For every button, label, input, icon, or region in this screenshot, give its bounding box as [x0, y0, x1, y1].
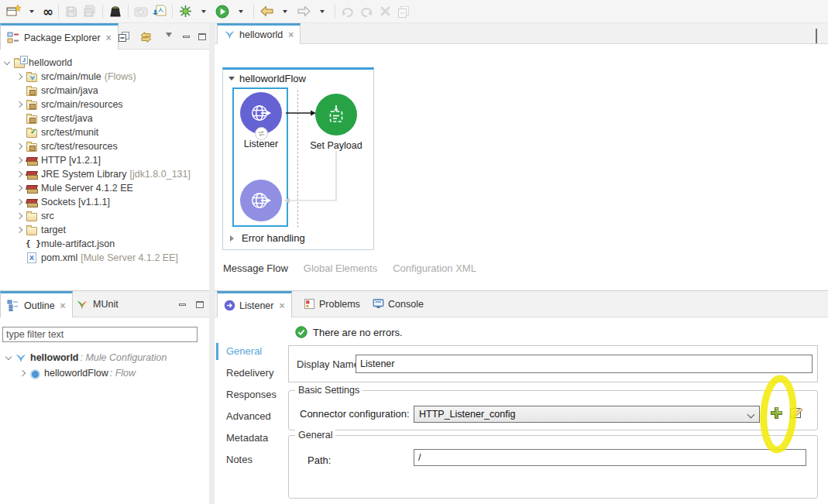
collapse-triangle-icon[interactable] — [228, 77, 235, 84]
connector-configuration-select[interactable]: HTTP_Listener_config — [414, 406, 760, 423]
chevron-icon[interactable] — [3, 351, 15, 364]
nav-advanced[interactable]: Advanced — [215, 406, 285, 427]
chevron-icon[interactable] — [14, 70, 26, 83]
tree-row[interactable]: HTTP [v1.2.1] — [2, 153, 209, 167]
error-handling-section[interactable]: Error handling — [228, 232, 305, 244]
tab-message-flow[interactable]: Message Flow — [223, 262, 288, 274]
minimize-icon[interactable] — [174, 297, 190, 311]
validation-status: There are no errors. — [295, 326, 403, 338]
tab-problems[interactable]: Problems — [297, 291, 366, 317]
tree-row[interactable]: pom.xml [Mule Server 4.1.2 EE] — [2, 251, 209, 265]
nav-metadata[interactable]: Metadata — [215, 427, 285, 449]
chevron-icon[interactable] — [17, 367, 29, 379]
tree-row[interactable]: Sockets [v1.1.1] — [2, 195, 209, 209]
display-name-label: Display Name: — [297, 358, 362, 370]
outline-row[interactable]: helloworldFlow : Flow — [3, 365, 167, 381]
maximize-icon[interactable] — [194, 29, 210, 43]
set-payload-node[interactable] — [315, 94, 357, 135]
add-connector-config-button[interactable] — [768, 405, 784, 420]
tree-row[interactable]: src/main/mule (Flows) — [2, 70, 209, 84]
tree-row[interactable]: src/test/java — [2, 111, 209, 125]
tab-package-explorer[interactable]: Package Explorer × — [0, 23, 119, 50]
tree-row[interactable]: src/main/java — [2, 84, 209, 98]
tree-label: src — [41, 211, 54, 221]
outline-row[interactable]: helloworld : Mule Configuration — [3, 350, 167, 365]
library-icon — [26, 196, 39, 208]
chevron-icon[interactable] — [14, 210, 26, 222]
close-icon[interactable]: × — [288, 29, 294, 40]
mule-icon[interactable]: ∞ — [43, 4, 53, 19]
collapse-all-icon[interactable] — [116, 29, 132, 43]
tab-munit[interactable]: MUnit — [70, 291, 125, 317]
minimize-icon[interactable] — [178, 29, 194, 43]
tab-helloworld[interactable]: helloworld × — [217, 23, 301, 44]
listener-icon — [224, 300, 235, 312]
tree-row[interactable]: src/test/resources — [2, 139, 209, 153]
back-icon[interactable] — [257, 2, 276, 21]
nav-general[interactable]: General — [215, 341, 285, 362]
tree-row[interactable]: JRE System Library [jdk1.8.0_131] — [2, 167, 209, 181]
munit-bird-icon — [76, 298, 89, 310]
flow-container[interactable]: helloworldFlow Listener — [222, 67, 374, 250]
vertical-sash[interactable] — [209, 23, 215, 504]
general-group: General Path: — [288, 435, 818, 499]
tab-outline[interactable]: Outline × — [0, 291, 73, 317]
import-mule-icon[interactable] — [150, 2, 169, 21]
main-toolbar: ∞ — [0, 0, 828, 23]
chevron-icon[interactable] — [14, 154, 26, 166]
debug-menu-icon[interactable] — [194, 2, 213, 21]
edit-connector-config-button[interactable] — [788, 405, 804, 420]
outline-label: helloworld — [30, 352, 79, 363]
forward-menu-icon[interactable] — [313, 2, 332, 21]
tree-suffix: (Flows) — [105, 71, 136, 82]
deploy-icon[interactable] — [106, 2, 125, 21]
expand-triangle-icon[interactable] — [230, 235, 237, 242]
maximize-icon[interactable] — [192, 297, 208, 311]
properties-nav: General Redelivery Responses Advanced Me… — [215, 341, 285, 471]
forward-icon[interactable] — [294, 2, 313, 21]
close-icon[interactable]: × — [106, 33, 112, 43]
tree-row[interactable]: target — [2, 223, 209, 237]
chevron-icon[interactable] — [14, 98, 26, 111]
chevron-icon[interactable] — [2, 57, 13, 69]
chevron-icon[interactable] — [14, 168, 26, 180]
filter-input[interactable] — [2, 327, 198, 342]
close-icon[interactable]: × — [60, 300, 66, 311]
close-icon[interactable]: × — [279, 300, 284, 311]
new-wizard-menu-icon[interactable] — [22, 2, 41, 21]
chevron-icon[interactable] — [14, 182, 26, 194]
run-menu-icon[interactable] — [232, 2, 250, 21]
new-wizard-icon[interactable] — [4, 2, 22, 21]
flow-header[interactable]: helloworldFlow — [223, 70, 373, 87]
view-menu-icon[interactable] — [161, 29, 177, 43]
nav-responses[interactable]: Responses — [215, 384, 285, 406]
http-response-node[interactable] — [240, 180, 282, 221]
debug-icon[interactable] — [176, 2, 194, 21]
tree-row[interactable]: src — [2, 209, 209, 223]
chevron-icon[interactable] — [14, 140, 26, 153]
http-listener-node[interactable] — [240, 92, 282, 134]
outline-label: helloworldFlow — [44, 368, 108, 379]
flow-title: helloworldFlow — [239, 73, 306, 84]
chevron-icon[interactable] — [14, 224, 26, 236]
minimize-icon[interactable] — [816, 29, 817, 43]
tree-row[interactable]: J helloworld — [2, 56, 209, 70]
tab-listener-properties[interactable]: Listener × — [217, 291, 292, 317]
tab-global-elements[interactable]: Global Elements — [304, 262, 377, 274]
tree-row[interactable]: mule-artifact.json — [2, 237, 209, 251]
undo-icon — [338, 2, 357, 21]
nav-redelivery[interactable]: Redelivery — [215, 362, 285, 384]
tree-row[interactable]: src/main/resources — [2, 98, 209, 111]
tab-console[interactable]: Console — [366, 291, 430, 317]
tree-row[interactable]: Mule Server 4.1.2 EE — [2, 181, 209, 195]
chevron-icon[interactable] — [14, 196, 26, 208]
path-input[interactable] — [414, 449, 806, 466]
link-with-editor-icon[interactable] — [138, 29, 153, 43]
nav-notes[interactable]: Notes — [215, 449, 285, 471]
tab-configuration-xml[interactable]: Configuration XML — [393, 262, 476, 274]
back-menu-icon[interactable] — [276, 2, 294, 21]
run-icon[interactable] — [213, 2, 232, 21]
tree-row[interactable]: ✓ src/test/munit — [2, 125, 209, 139]
display-name-input[interactable] — [356, 355, 813, 373]
connector-configuration-label: Connector configuration: — [300, 408, 410, 420]
